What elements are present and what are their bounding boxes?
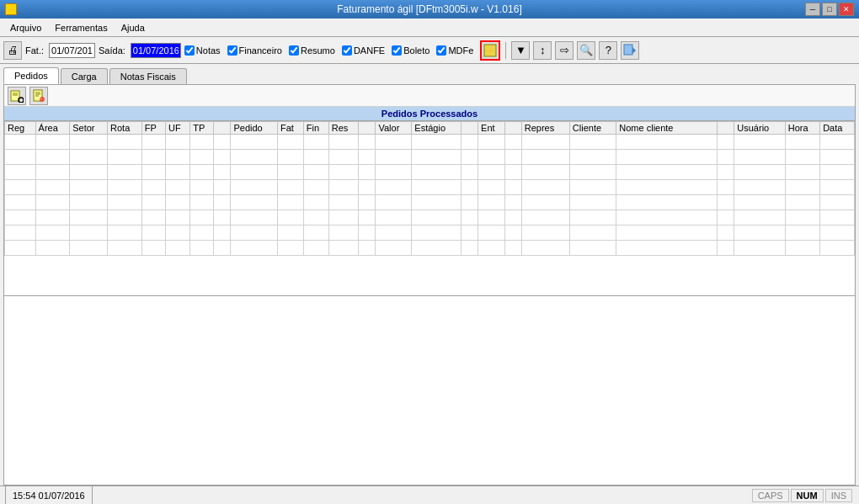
- menu-arquivo[interactable]: Arquivo: [3, 21, 48, 34]
- tab-pedidos[interactable]: Pedidos: [3, 67, 59, 84]
- ins-badge: INS: [825, 489, 852, 502]
- maximize-button[interactable]: □: [822, 3, 837, 16]
- col-space3: [462, 122, 478, 135]
- toolbar-exit-icon[interactable]: [621, 41, 639, 60]
- toolbar: 🖨 Fat.: Saída: Notas Financeiro Resumo D…: [0, 37, 859, 64]
- saida-date-input[interactable]: [131, 43, 181, 58]
- col-uf: UF: [166, 122, 190, 135]
- table-row: [5, 150, 855, 165]
- table-body: [5, 135, 855, 256]
- checkbox-mdfe[interactable]: MDFe: [436, 45, 473, 56]
- table-row: [5, 165, 855, 180]
- table-row: [5, 180, 855, 195]
- col-space1: [214, 122, 231, 135]
- col-valor: Valor: [376, 122, 412, 135]
- svg-text:⚡: ⚡: [486, 46, 494, 55]
- tab-notas-fiscais[interactable]: Notas Fiscais: [109, 68, 187, 84]
- col-fat: Fat: [277, 122, 303, 135]
- checkbox-financeiro[interactable]: Financeiro: [227, 45, 282, 56]
- col-usuario: Usuário: [734, 122, 785, 135]
- toolbar-search-icon[interactable]: 🔍: [577, 41, 595, 60]
- col-fin: Fin: [303, 122, 328, 135]
- table-row: [5, 225, 855, 241]
- num-badge: NUM: [791, 489, 824, 502]
- col-space4: [504, 122, 521, 135]
- col-repres: Repres: [521, 122, 569, 135]
- main-content: Pedidos Carga Notas Fiscais: [0, 64, 859, 485]
- fat-date-input[interactable]: [49, 43, 95, 58]
- col-rota: Rota: [108, 122, 142, 135]
- col-ent: Ent: [478, 122, 505, 135]
- col-space2: [359, 122, 376, 135]
- pedidos-table: Reg Área Setor Rota FP UF TP Pedido Fat …: [4, 121, 855, 256]
- menu-ajuda[interactable]: Ajuda: [115, 21, 152, 34]
- toolbar-sep1: [505, 42, 506, 59]
- toolbar-nav-icon[interactable]: ⇨: [555, 41, 574, 60]
- menu-ferramentas[interactable]: Ferramentas: [48, 21, 114, 34]
- titlebar-left: ⚡: [5, 3, 17, 15]
- toolbar-print-icon[interactable]: 🖨: [3, 41, 22, 60]
- toolbar-help-icon[interactable]: ?: [599, 41, 617, 60]
- table-header: Reg Área Setor Rota FP UF TP Pedido Fat …: [5, 122, 855, 135]
- checkbox-boleto[interactable]: Boleto: [392, 45, 430, 56]
- sub-toolbar-icon2[interactable]: !: [29, 87, 48, 105]
- table-section-title: Pedidos Processados: [4, 107, 855, 121]
- saida-label: Saída:: [99, 45, 125, 56]
- app-icon: ⚡: [5, 3, 17, 15]
- tab-carga[interactable]: Carga: [61, 68, 108, 84]
- close-button[interactable]: ✕: [839, 3, 854, 16]
- fat-label: Fat.:: [25, 45, 44, 56]
- col-data: Data: [820, 122, 855, 135]
- lower-panel: [4, 295, 855, 485]
- table-row: [5, 210, 855, 225]
- svg-marker-3: [632, 47, 636, 54]
- checkbox-notas[interactable]: Notas: [184, 45, 221, 56]
- col-space5: [718, 122, 734, 135]
- col-setor: Setor: [70, 122, 108, 135]
- titlebar-controls: ─ □ ✕: [805, 3, 854, 16]
- status-time-date: 15:54 01/07/2016: [5, 486, 93, 504]
- caps-badge: CAPS: [752, 489, 789, 502]
- col-area: Área: [35, 122, 70, 135]
- col-cliente: Cliente: [569, 122, 616, 135]
- toolbar-filter-icon[interactable]: ▼: [511, 41, 530, 60]
- col-res: Res: [328, 122, 359, 135]
- svg-text:!: !: [41, 97, 42, 102]
- titlebar: ⚡ Faturamento ágil [DFtm3005i.w - V1.016…: [0, 0, 859, 19]
- checkbox-resumo[interactable]: Resumo: [289, 45, 335, 56]
- col-hora: Hora: [785, 122, 819, 135]
- statusbar: 15:54 01/07/2016 CAPS NUM INS: [0, 485, 859, 504]
- table-row: [5, 135, 855, 150]
- tabs: Pedidos Carga Notas Fiscais: [0, 64, 859, 84]
- menubar: Arquivo Ferramentas Ajuda: [0, 19, 859, 37]
- minimize-button[interactable]: ─: [805, 3, 820, 16]
- col-nome-cliente: Nome cliente: [616, 122, 718, 135]
- status-time: 15:54: [13, 491, 36, 501]
- col-pedido: Pedido: [231, 122, 278, 135]
- status-date: 01/07/2016: [39, 491, 85, 501]
- toolbar-sort-icon[interactable]: ↕: [533, 41, 552, 60]
- col-estagio: Estágio: [412, 122, 462, 135]
- col-reg: Reg: [5, 122, 36, 135]
- col-fp: FP: [141, 122, 165, 135]
- table-wrapper[interactable]: Reg Área Setor Rota FP UF TP Pedido Fat …: [4, 121, 855, 289]
- col-tp: TP: [190, 122, 214, 135]
- table-section: Pedidos Processados Reg Área Setor Rota …: [4, 107, 855, 295]
- table-row: [5, 241, 855, 256]
- table-row: [5, 195, 855, 210]
- sub-toolbar-icon1[interactable]: [8, 87, 26, 105]
- toolbar-special-icon[interactable]: ⚡: [480, 40, 500, 61]
- titlebar-title: Faturamento ágil [DFtm3005i.w - V1.016]: [337, 3, 521, 15]
- checkbox-danfe[interactable]: DANFE: [342, 45, 385, 56]
- svg-rect-2: [624, 45, 632, 55]
- sub-toolbar: !: [4, 85, 855, 107]
- tab-content: ! Pedidos Processados Reg Área Setor Rot…: [3, 84, 856, 485]
